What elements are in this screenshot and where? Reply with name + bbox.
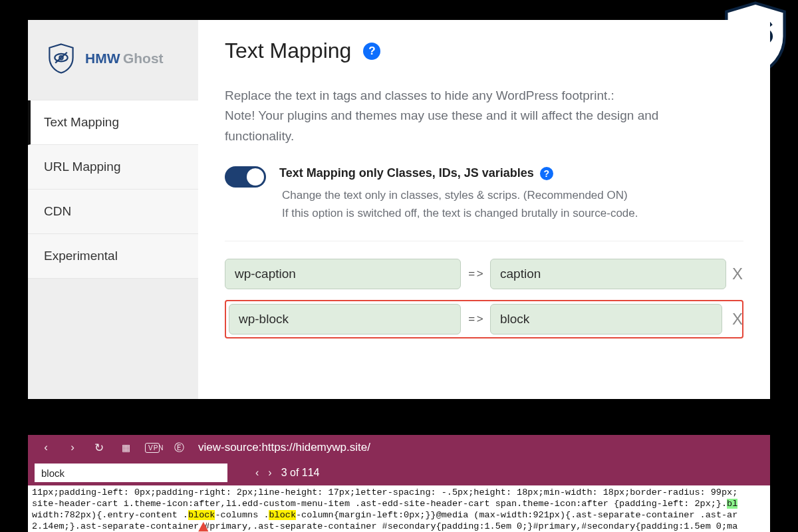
sidebar: HMW Ghost Text Mapping URL Mapping CDN E… [28,20,198,399]
back-icon[interactable]: ‹ [39,441,53,454]
forward-icon[interactable]: › [65,441,80,454]
source-match: block [269,510,296,520]
find-input[interactable] [35,464,227,482]
app-window: HMW Ghost Text Mapping URL Mapping CDN E… [28,20,770,399]
address-bar[interactable]: view-source:https://hidemywp.site/ [198,441,370,454]
mapping-from-input[interactable] [225,259,461,289]
vpn-badge[interactable]: VPN [145,443,160,453]
source-line: 2.14em;}.ast-separate-container #primary… [32,521,737,531]
main-panel: Text Mapping ? Replace the text in tags … [198,20,770,399]
sidebar-item-experimental[interactable]: Experimental [28,234,198,279]
page-title: Text Mapping [225,39,351,63]
apps-grid-icon[interactable]: ▦ [118,442,133,453]
remove-row-button[interactable]: X [732,310,743,329]
arrow-icon: = > [466,267,485,281]
toggle-classes-only[interactable] [225,166,266,188]
remove-row-button[interactable]: X [732,265,743,283]
help-icon[interactable]: ? [540,167,553,180]
option-desc-line2: If this option is switched off, the text… [282,207,638,219]
brand-title-main: HMW [85,51,120,66]
find-bar: ‹ › 3 of 114 [28,460,770,485]
mapping-to-input[interactable] [490,304,722,334]
source-view: 11px;padding-left: 0px;padding-right: 2p… [28,485,770,532]
intro-text: Replace the text in tags and classes to … [225,86,730,146]
brand-title: HMW Ghost [85,51,164,66]
source-line: site-header-cart i.theme-icon:after,li.e… [32,499,727,509]
shield-eye-icon [47,41,76,76]
source-line: -column{margin-left:0px;}}@media (max-wi… [296,510,737,520]
option-classes-only: Text Mapping only Classes, IDs, JS varia… [225,166,743,241]
source-line: 11px;padding-left: 0px;padding-right: 2p… [32,487,737,497]
sidebar-item-cdn[interactable]: CDN [28,190,198,234]
find-count: 3 of 114 [281,467,320,479]
arrow-icon: = > [466,313,485,326]
page-title-row: Text Mapping ? [225,39,743,63]
sidebar-nav: Text Mapping URL Mapping CDN Experimenta… [28,100,198,279]
reload-icon[interactable]: ↻ [92,441,106,455]
browser-toolbar: ‹ › ↻ ▦ VPN Ⓔ view-source:https://hidemy… [28,435,770,460]
pointer-arrow-icon: ▲ [198,522,209,532]
option-body: Text Mapping only Classes, IDs, JS varia… [279,166,638,222]
option-desc: Change the text only in classes, styles … [279,187,638,222]
mapping-row-highlighted: = > X [225,300,743,338]
mapping-to-input[interactable] [490,259,726,289]
source-line: -columns . [215,510,269,520]
sidebar-item-text-mapping[interactable]: Text Mapping [28,100,198,145]
source-match-current: bl [727,499,737,509]
find-next-icon[interactable]: › [268,467,271,479]
globe-icon[interactable]: Ⓔ [172,442,186,454]
intro-line2: Note! Your plugins and themes may use th… [225,108,658,142]
source-line: width:782px){.entry-content . [32,510,188,520]
option-desc-line1: Change the text only in classes, styles … [282,189,628,201]
help-icon[interactable]: ? [363,43,380,60]
brand: HMW Ghost [28,41,198,100]
mapping-row: = > X [225,259,743,289]
option-title: Text Mapping only Classes, IDs, JS varia… [279,166,534,180]
sidebar-item-url-mapping[interactable]: URL Mapping [28,145,198,190]
mapping-from-input[interactable] [229,304,461,334]
brand-title-sub: Ghost [123,51,164,66]
find-prev-icon[interactable]: ‹ [255,467,259,479]
intro-line1: Replace the text in tags and classes to … [225,88,614,102]
